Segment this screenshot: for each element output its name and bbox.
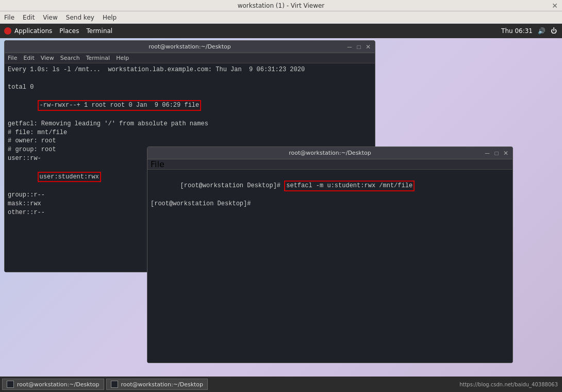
taskbar: root@workstation:~/Desktop root@workstat… (0, 377, 562, 392)
term1-menu-bar: File Edit View Search Terminal Help (5, 53, 375, 63)
term1-title: root@workstation:~/Desktop (148, 43, 231, 50)
taskbar-icon-2 (111, 381, 118, 388)
panel-applications[interactable]: Applications (14, 27, 52, 35)
term2-line-1: [root@workstation Desktop]# (151, 200, 509, 208)
top-panel: Applications Places Terminal Thu 06:31 🔊… (0, 24, 562, 38)
term2-title: root@workstation:~/Desktop (289, 150, 371, 156)
term1-maximize-btn[interactable]: □ (355, 43, 362, 51)
term1-line-getfacl: getfacl: Removing leading '/' from absol… (8, 120, 372, 128)
term1-menu-terminal[interactable]: Terminal (86, 55, 110, 61)
term1-menu-search[interactable]: Search (60, 55, 80, 61)
panel-terminal[interactable]: Terminal (86, 27, 112, 35)
term1-minimize-btn[interactable]: ─ (346, 43, 353, 51)
app-icon (4, 27, 11, 35)
taskbar-label-1: root@workstation:~/Desktop (17, 381, 100, 388)
panel-right: Thu 06:31 🔊 ⏻ (501, 27, 557, 35)
desktop: root@workstation:~/Desktop ─ □ ✕ File Ed… (0, 38, 562, 377)
taskbar-label-2: root@workstation:~/Desktop (121, 381, 204, 388)
panel-power-icon[interactable]: ⏻ (551, 27, 557, 35)
menu-file[interactable]: File (4, 14, 14, 21)
close-button[interactable]: ✕ (552, 2, 558, 10)
menu-bar: File Edit View Send key Help (0, 11, 562, 24)
panel-places[interactable]: Places (59, 27, 79, 35)
term1-line-ffile: # file: mnt/file (8, 128, 372, 137)
term2-content: [root@workstation Desktop]# setfacl -m u… (147, 170, 513, 363)
title-bar: workstation (1) - Virt Viewer ✕ (0, 0, 562, 11)
term1-menu-view[interactable]: View (41, 55, 54, 61)
term1-close-btn[interactable]: ✕ (365, 43, 372, 51)
taskbar-item-2[interactable]: root@workstation:~/Desktop (106, 379, 208, 390)
taskbar-url: https://blog.csdn.net/baidu_40388063 (459, 382, 558, 387)
term2-line-0: [root@workstation Desktop]# setfacl -m u… (151, 172, 509, 200)
terminal-window-2: root@workstation:~/Desktop ─ □ ✕ File [r… (147, 146, 513, 363)
menu-edit[interactable]: Edit (23, 14, 35, 21)
term2-menu-bar: File (147, 159, 513, 170)
term1-menu-edit[interactable]: Edit (23, 55, 34, 61)
term1-menu-file[interactable]: File (8, 55, 17, 61)
term2-maximize-btn[interactable]: □ (493, 150, 500, 157)
menu-help[interactable]: Help (103, 14, 117, 21)
term2-title-bar[interactable]: root@workstation:~/Desktop ─ □ ✕ (147, 147, 513, 159)
term1-line-file: -rw-rwxr--+ 1 root root 0 Jan 9 06:29 fi… (8, 91, 372, 119)
term1-title-bar[interactable]: root@workstation:~/Desktop ─ □ ✕ (5, 41, 375, 53)
panel-time: Thu 06:31 (501, 27, 533, 35)
term2-window-btns: ─ □ ✕ (484, 150, 509, 157)
term1-window-btns: ─ □ ✕ (346, 43, 372, 51)
taskbar-item-1[interactable]: root@workstation:~/Desktop (2, 379, 104, 390)
term1-line-total: total 0 (8, 83, 372, 92)
taskbar-icon-1 (7, 381, 14, 388)
menu-send-key[interactable]: Send key (66, 14, 94, 21)
window-title: workstation (1) - Virt Viewer (238, 2, 325, 9)
menu-view[interactable]: View (43, 14, 57, 21)
term1-line-blank (8, 74, 372, 83)
term1-line-0: Every 1.0s: ls -l /mnt... workstation.la… (8, 66, 372, 74)
term1-line-owner: # owner: root (8, 137, 372, 145)
term2-close-btn[interactable]: ✕ (502, 150, 509, 157)
term2-minimize-btn[interactable]: ─ (484, 150, 491, 157)
term1-menu-help[interactable]: Help (116, 55, 129, 61)
panel-sound-icon[interactable]: 🔊 (538, 27, 546, 35)
